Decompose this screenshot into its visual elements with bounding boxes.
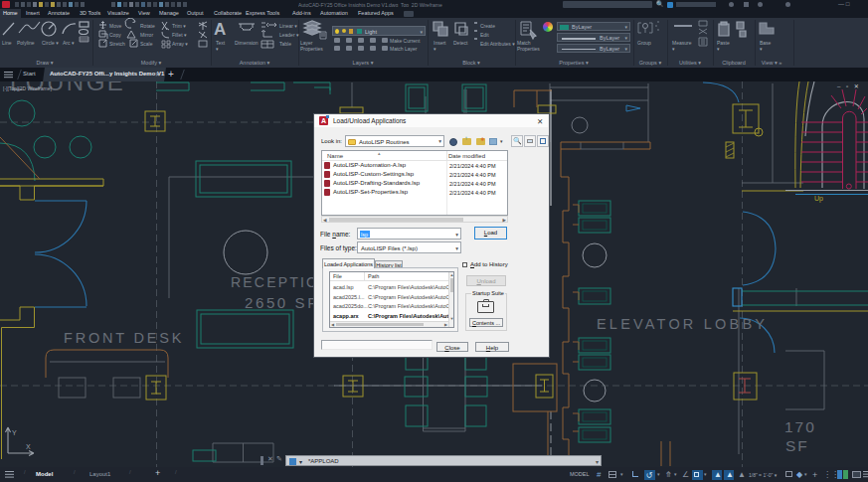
svg-text:SF: SF — [785, 437, 809, 454]
svg-text:ELEVATOR LOBBY: ELEVATOR LOBBY — [597, 316, 768, 332]
svg-text:170: 170 — [784, 418, 816, 435]
svg-text:Y: Y — [12, 429, 17, 436]
svg-text:X: X — [26, 443, 31, 450]
svg-text:FRONT DESK: FRONT DESK — [64, 330, 184, 346]
svg-text:2650 SF: 2650 SF — [245, 294, 319, 311]
svg-text:Up: Up — [814, 195, 823, 203]
